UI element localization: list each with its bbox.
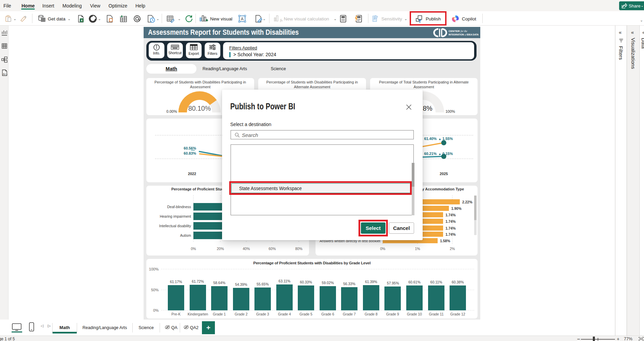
- svg-text:80.10%: 80.10%: [188, 105, 211, 112]
- svg-text:1.74%: 1.74%: [445, 213, 456, 217]
- svg-text:61.40%: 61.40%: [424, 137, 437, 141]
- svg-text:1.74%: 1.74%: [445, 219, 456, 223]
- svg-text:A: A: [241, 17, 244, 21]
- svg-text:Autism: Autism: [180, 233, 191, 237]
- svg-text:1.55%: 1.55%: [442, 137, 453, 141]
- svg-text:fx: fx: [280, 18, 282, 22]
- svg-text:80%: 80%: [295, 247, 302, 251]
- svg-text:40%: 40%: [243, 247, 250, 251]
- svg-text:20%: 20%: [217, 247, 224, 251]
- svg-text:Intellectual disability: Intellectual disability: [159, 224, 191, 228]
- svg-text:1%: 1%: [415, 247, 420, 251]
- svg-text:2025: 2025: [440, 172, 448, 176]
- svg-text:1.74%: 1.74%: [445, 226, 456, 230]
- svg-text:2%: 2%: [450, 247, 455, 251]
- svg-text:1.58%: 1.58%: [440, 239, 450, 243]
- svg-text:60%: 60%: [268, 247, 276, 251]
- svg-text:Hearing impairment: Hearing impairment: [160, 214, 191, 218]
- svg-text:Ax: Ax: [3, 73, 6, 76]
- svg-text:1.74%: 1.74%: [445, 232, 456, 236]
- svg-text:60.56%: 60.56%: [184, 146, 196, 150]
- svg-text:1.90%: 1.90%: [451, 206, 462, 211]
- svg-text:X: X: [80, 19, 83, 22]
- svg-text:100%: 100%: [445, 109, 455, 113]
- svg-text:▲: ▲: [438, 152, 441, 156]
- svg-text:2.22%: 2.22%: [462, 200, 472, 204]
- svg-text:INTEGRATION of IDEA DATA: INTEGRATION of IDEA DATA: [449, 33, 479, 36]
- svg-text:▲: ▲: [438, 137, 441, 141]
- svg-text:0.00%: 0.00%: [166, 109, 177, 113]
- svg-text:60.83%: 60.83%: [184, 151, 196, 155]
- svg-text:CENTER for the: CENTER for the: [449, 30, 468, 33]
- svg-text:0%: 0%: [380, 247, 385, 251]
- svg-text:0%: 0%: [191, 247, 196, 251]
- svg-text:Deaf-blindness: Deaf-blindness: [167, 205, 191, 209]
- svg-text:0.15%: 0.15%: [442, 152, 453, 156]
- svg-text:60.21%: 60.21%: [424, 152, 437, 156]
- svg-text:2022: 2022: [188, 172, 196, 176]
